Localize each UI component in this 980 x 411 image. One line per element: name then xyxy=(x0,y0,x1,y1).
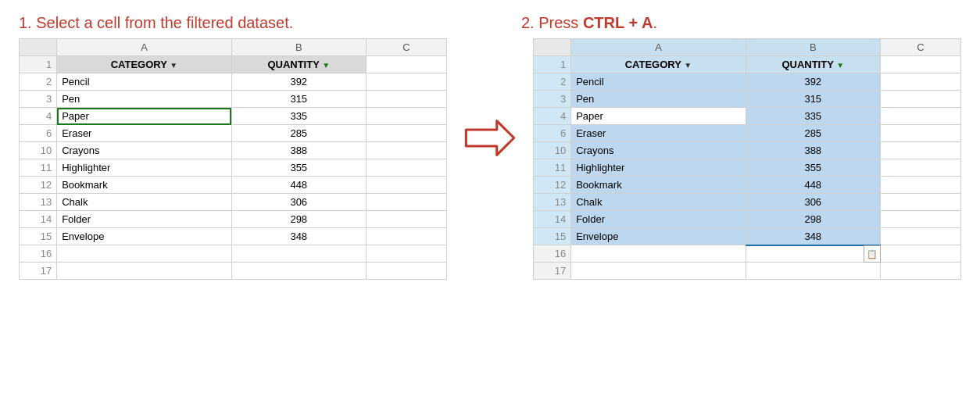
header-c-cell xyxy=(366,56,446,73)
table-row: 14 Folder 298 xyxy=(20,211,447,228)
table-row: 4 Paper 335 xyxy=(534,108,961,125)
paste-icon[interactable]: 📋 xyxy=(864,245,881,263)
category-filter-icon[interactable]: ▼ xyxy=(684,61,692,70)
right-instruction-title: 2. Press CTRL + A. xyxy=(521,14,657,31)
quantity-filter-icon[interactable]: ▼ xyxy=(836,61,844,70)
category-filter-icon[interactable]: ▼ xyxy=(170,61,177,70)
table-row: 11 Highlighter 355 xyxy=(20,159,447,177)
left-instruction-title: 1. Select a cell from the filtered datas… xyxy=(19,14,293,31)
table-row: 16 📋 xyxy=(534,245,961,263)
col-c-header: C xyxy=(880,39,960,56)
table-row: 10 Crayons 388 xyxy=(20,142,447,159)
category-header: CATEGORY ▼ xyxy=(571,56,746,73)
header-c-cell xyxy=(880,56,960,73)
table-row: 12 Bookmark 448 xyxy=(534,177,961,194)
table-row: 3 Pen 315 xyxy=(20,91,447,108)
header-row-num: 1 xyxy=(534,56,571,73)
col-a-header: A xyxy=(57,39,232,56)
table-row: 12 Bookmark 448 xyxy=(20,177,447,194)
right-arrow-icon xyxy=(463,116,517,159)
col-b-header: B xyxy=(231,39,366,56)
left-spreadsheet: A B C 1 CATEGORY ▼ QUANTITY ▼ 2 Pencil 3… xyxy=(19,38,447,280)
arrow-container xyxy=(455,116,525,159)
right-spreadsheet: A B C 1 CATEGORY ▼ QUANTITY ▼ 2 Pencil 3… xyxy=(533,38,961,280)
table-row: 6 Eraser 285 xyxy=(534,125,961,142)
table-row: 13 Chalk 306 xyxy=(20,194,447,211)
table-row: 14 Folder 298 xyxy=(534,211,961,228)
table-row: 15 Envelope 348 xyxy=(534,228,961,245)
table-row: 2 Pencil 392 xyxy=(534,73,961,91)
col-header-row: A B C xyxy=(20,39,447,56)
svg-marker-0 xyxy=(466,121,513,155)
table-row: 2 Pencil 392 xyxy=(20,73,447,91)
right-table: A B C 1 CATEGORY ▼ QUANTITY ▼ 2 Pencil 3… xyxy=(533,38,961,280)
corner-cell xyxy=(20,39,57,56)
table-row: 15 Envelope 348 xyxy=(20,228,447,245)
table-row: 10 Crayons 388 xyxy=(534,142,961,159)
col-c-header: C xyxy=(366,39,446,56)
category-header: CATEGORY ▼ xyxy=(57,56,232,73)
col-a-header: A xyxy=(571,39,746,56)
data-header-row: 1 CATEGORY ▼ QUANTITY ▼ xyxy=(20,56,447,73)
quantity-header: QUANTITY ▼ xyxy=(746,56,880,73)
col-header-row: A B C xyxy=(534,39,961,56)
header-row-num: 1 xyxy=(20,56,57,73)
quantity-filter-icon[interactable]: ▼ xyxy=(322,61,330,70)
table-row: 13 Chalk 306 xyxy=(534,194,961,211)
table-row: 4 Paper 335 xyxy=(20,108,447,125)
table-row: 17 xyxy=(20,263,447,280)
col-b-header: B xyxy=(746,39,880,56)
table-row: 16 xyxy=(20,245,447,263)
table-row: 3 Pen 315 xyxy=(534,91,961,108)
data-header-row: 1 CATEGORY ▼ QUANTITY ▼ xyxy=(534,56,961,73)
quantity-header: QUANTITY ▼ xyxy=(231,56,366,73)
corner-cell xyxy=(534,39,571,56)
table-row: 11 Highlighter 355 xyxy=(534,159,961,177)
table-row: 6 Eraser 285 xyxy=(20,125,447,142)
left-table: A B C 1 CATEGORY ▼ QUANTITY ▼ 2 Pencil 3… xyxy=(19,38,447,280)
table-row: 17 xyxy=(534,263,961,280)
